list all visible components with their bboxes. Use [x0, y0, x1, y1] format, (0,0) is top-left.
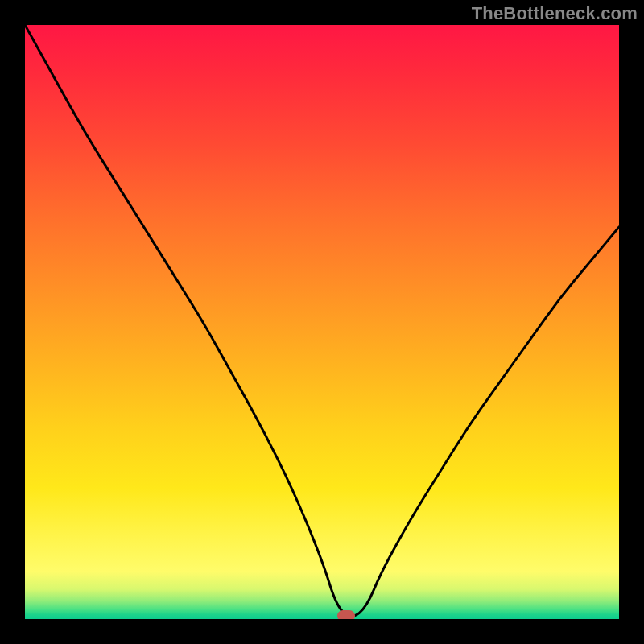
chart-frame: TheBottleneck.com	[0, 0, 644, 644]
optimal-point-marker	[337, 610, 355, 619]
plot-area	[25, 25, 619, 619]
curve-path	[25, 25, 619, 616]
bottleneck-curve	[25, 25, 619, 619]
watermark-text: TheBottleneck.com	[472, 3, 638, 24]
